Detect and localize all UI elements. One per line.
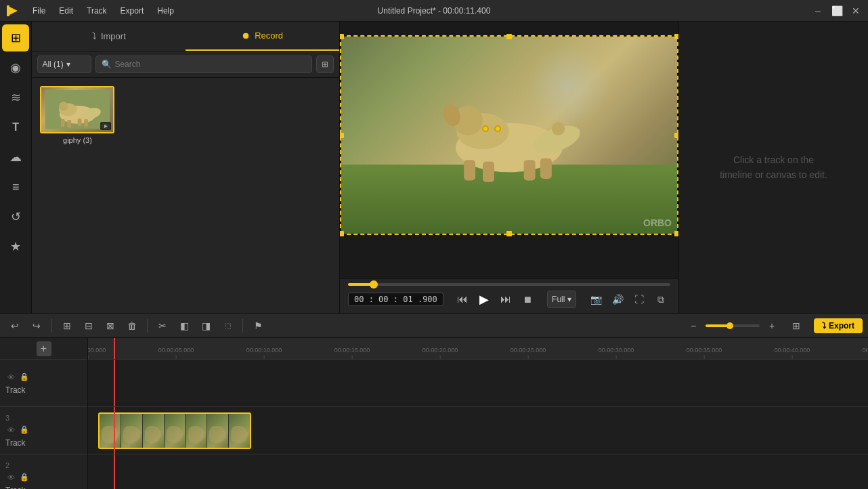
svg-rect-9 <box>84 119 88 127</box>
eye-dot-right <box>494 125 501 132</box>
clip-frame-3 <box>143 414 164 448</box>
menu-file[interactable]: File <box>27 5 51 17</box>
export-label: Export <box>829 321 854 331</box>
play-button[interactable]: ▶ <box>475 290 494 309</box>
group-button[interactable]: ⊞ <box>58 316 77 335</box>
sidebar-item-audio[interactable]: ≋ <box>2 84 29 111</box>
search-input[interactable] <box>114 60 306 69</box>
handle-mid-bottom[interactable] <box>506 231 512 236</box>
svg-point-5 <box>59 102 68 111</box>
video-preview[interactable]: ORBO <box>340 35 678 235</box>
panel-filter-bar: All (1) ▾ 🔍 ⊞ <box>32 51 339 78</box>
click-hint-text: Click a track on the timeline or canvas … <box>720 152 828 183</box>
video-inner: ORBO <box>341 37 677 234</box>
timeline: + 👁 🔒 Track 3 👁 🔒 Track 2 <box>0 338 868 489</box>
ruler-marks: 00:00:00.000 00:00:05.000 00:00:10.000 0… <box>88 338 868 359</box>
cut-button[interactable]: ✂ <box>153 316 172 335</box>
rewind-button[interactable]: ⏮ <box>453 290 472 309</box>
media-thumbnail <box>40 86 114 133</box>
zoom-select[interactable]: Full ▾ <box>547 291 576 308</box>
grid-view-button[interactable]: ⊞ <box>316 56 334 73</box>
track-3-lock[interactable]: 🔒 <box>19 425 30 435</box>
minimize-button[interactable]: – <box>811 4 825 18</box>
import-icon: ⤵ <box>92 31 97 41</box>
handle-top-right[interactable] <box>674 34 678 39</box>
media-item-label: giphy (3) <box>63 136 92 144</box>
zoom-slider-handle[interactable] <box>726 322 733 329</box>
trim-right-button[interactable]: ◨ <box>196 316 215 335</box>
zoom-in-button[interactable]: + <box>762 316 781 335</box>
add-track-button[interactable]: + <box>37 341 51 356</box>
progress-handle[interactable] <box>370 280 378 289</box>
close-button[interactable]: ✕ <box>849 4 863 18</box>
track-label-3: 3 👁 🔒 Track <box>0 407 87 454</box>
menu-track[interactable]: Track <box>81 5 112 17</box>
panel-tabs: ⤵ Import ⏺ Record <box>32 22 339 51</box>
progress-bar[interactable] <box>348 283 670 286</box>
sidebar-item-media[interactable]: ⊞ <box>2 24 29 51</box>
stop-button[interactable]: ⏹ <box>518 290 537 309</box>
handle-mid-left[interactable] <box>340 133 344 138</box>
titlebar: File Edit Track Export Help Untitled Pro… <box>0 0 868 22</box>
sidebar-item-filters[interactable]: ≡ <box>2 173 29 200</box>
sidebar-item-text[interactable]: T <box>2 114 29 141</box>
zoom-slider-track[interactable] <box>706 324 760 327</box>
media-type-badge <box>100 122 111 130</box>
fullscreen-button[interactable]: ⛶ <box>630 290 649 309</box>
menu-help[interactable]: Help <box>152 5 179 17</box>
handle-mid-right[interactable] <box>674 133 678 138</box>
handle-mid-top[interactable] <box>506 34 512 39</box>
handle-top-left[interactable] <box>340 34 344 39</box>
export-icon: ⤵ <box>822 321 826 331</box>
menu-export[interactable]: Export <box>115 5 150 17</box>
sidebar-item-shapes[interactable]: ☁ <box>2 144 29 171</box>
copy-button[interactable]: ⊟ <box>79 316 98 335</box>
timeline-right[interactable]: 00:00:00.000 00:00:05.000 00:00:10.000 0… <box>88 338 868 489</box>
timeline-track-row-2[interactable] <box>88 454 868 489</box>
marker-button[interactable]: ⚑ <box>248 316 267 335</box>
paste-button[interactable]: ⊠ <box>101 316 120 335</box>
handle-bottom-left[interactable] <box>340 231 344 236</box>
preview-canvas[interactable]: ORBO <box>340 22 678 278</box>
timeline-track-row-4[interactable] <box>88 360 868 407</box>
timeline-track-row-3[interactable] <box>88 407 868 454</box>
more-button[interactable]: ⧉ <box>651 290 670 309</box>
clip-frame-2 <box>121 414 142 448</box>
menu-edit[interactable]: Edit <box>53 5 79 17</box>
zoom-label: Full <box>552 295 565 304</box>
track-2-num: 2 <box>5 461 82 469</box>
video-clip[interactable] <box>98 412 251 449</box>
maximize-button[interactable]: ⬜ <box>830 4 844 18</box>
handle-bottom-right[interactable] <box>674 231 678 236</box>
separator-3 <box>242 319 243 333</box>
audio-button[interactable]: 🔊 <box>608 290 627 309</box>
filter-dropdown[interactable]: All (1) ▾ <box>37 56 91 73</box>
ruler-1: 00:00:05.000 <box>158 347 194 359</box>
sidebar-item-star[interactable]: ★ <box>2 233 29 260</box>
track-3-name: Track <box>5 438 82 448</box>
zoom-out-button[interactable]: − <box>684 316 703 335</box>
trim-left-button[interactable]: ◧ <box>175 316 194 335</box>
search-icon: 🔍 <box>102 60 112 69</box>
tab-record[interactable]: ⏺ Record <box>186 22 339 51</box>
clip-frame-6 <box>207 414 228 448</box>
undo-button[interactable]: ↩ <box>5 316 24 335</box>
screenshot-button[interactable]: 📷 <box>586 290 605 309</box>
track-3-visibility[interactable]: 👁 <box>5 425 16 435</box>
split-button[interactable]: ⬚ <box>218 316 237 335</box>
delete-button[interactable]: 🗑 <box>123 316 142 335</box>
track-4-visibility[interactable]: 👁 <box>5 372 16 383</box>
track-2-lock[interactable]: 🔒 <box>19 472 30 483</box>
export-button[interactable]: ⤵ Export <box>814 318 863 333</box>
track-4-lock[interactable]: 🔒 <box>19 372 30 383</box>
tab-import[interactable]: ⤵ Import <box>32 22 186 51</box>
ruler-0: 00:00:00.000 <box>88 347 106 359</box>
media-item[interactable]: giphy (3) <box>40 86 114 144</box>
track-2-visibility[interactable]: 👁 <box>5 472 16 483</box>
redo-button[interactable]: ↪ <box>27 316 46 335</box>
sidebar-item-effects[interactable]: ◉ <box>2 54 29 81</box>
fit-to-screen-button[interactable]: ⊞ <box>787 316 806 335</box>
timeline-tracks <box>88 360 868 489</box>
forward-button[interactable]: ⏭ <box>496 290 515 309</box>
sidebar-item-motion[interactable]: ↺ <box>2 203 29 230</box>
